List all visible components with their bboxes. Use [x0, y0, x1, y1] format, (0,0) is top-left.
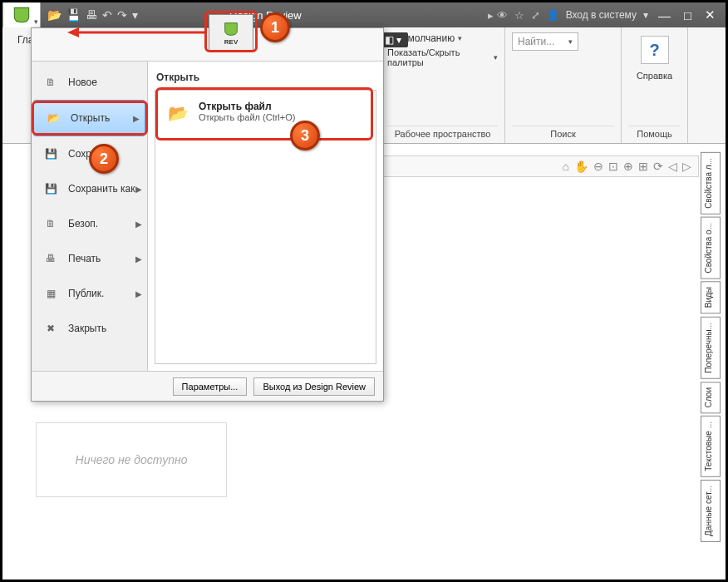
group-label-workspace: Рабочее пространство [387, 126, 498, 141]
quick-access-toolbar: 📂 💾 🖶 ↶ ↷ ▾ [47, 8, 138, 22]
help-top-icon[interactable]: ⤢ [531, 9, 540, 22]
menu-label-save-as: Сохранить как [68, 183, 135, 195]
maximize-button[interactable]: □ [681, 8, 695, 22]
minimize-button[interactable]: — [655, 8, 674, 22]
exit-button[interactable]: Выход из Design Review [253, 377, 375, 396]
submenu-open-file[interactable]: 📂 Открыть файл Открыть файл (Ctrl+O) [160, 96, 371, 131]
zoom-out-icon[interactable]: ⊖ [593, 160, 603, 173]
next-icon[interactable]: ▷ [682, 160, 691, 173]
publish-icon: ▦ [40, 283, 61, 304]
qat-dropdown-icon[interactable]: ▾ [132, 8, 138, 22]
qat-redo-icon[interactable]: ↷ [117, 8, 127, 22]
print-icon: 🖶 [40, 248, 61, 269]
pan-icon[interactable]: ✋ [574, 160, 588, 173]
file-icon: 🗎 [40, 72, 61, 93]
app-menu-right: Открыть 📂 Открыть файл Открыть файл (Ctr… [148, 62, 383, 371]
menu-label-secure: Безоп. [68, 218, 98, 229]
qat-print-icon[interactable]: 🖶 [86, 8, 97, 22]
right-palette-tabs: Свойства л... Свойства о... Виды Попереч… [701, 152, 721, 542]
tab-text[interactable]: Текстовые ... [701, 416, 721, 477]
step-badge-3: 3 [290, 121, 320, 150]
login-link[interactable]: Вход в систему [566, 9, 637, 21]
app-button-highlight-target: REV [209, 14, 253, 51]
app-menu-button[interactable]: ▾ [2, 2, 41, 28]
chevron-right-icon: ▶ [133, 114, 140, 123]
help-label: Справка [637, 71, 672, 81]
menu-label-open: Открыть [71, 112, 110, 124]
menu-item-publish[interactable]: ▦ Публик. ▶ [32, 276, 147, 311]
viewport-toolbar: ⌂ ✋ ⊖ ⊡ ⊕ ⊞ ⟳ ◁ ▷ [383, 155, 699, 177]
search-input[interactable]: Найти...▾ [512, 32, 578, 51]
group-label-search: Поиск [512, 126, 614, 141]
chevron-right-icon: ▶ [135, 185, 142, 194]
user-icon: 👤 [547, 9, 559, 21]
close-window-button[interactable]: ✕ [701, 7, 719, 22]
titlebar: ▾ 📂 💾 🖶 ↶ ↷ ▾ Design Review ▸ 👁 ☆ ⤢ 👤 Вх… [2, 2, 726, 27]
qat-open-icon[interactable]: 📂 [47, 8, 61, 22]
folder-icon: 📂 [42, 107, 64, 129]
menu-label-print: Печать [68, 253, 101, 264]
app-menu-left: 🗎 Новое 📂 Открыть ▶ 💾 Сохранить 💾 Сохран… [32, 62, 148, 371]
group-label-help: Помощь [628, 126, 681, 141]
help-button[interactable]: ? [641, 36, 669, 64]
rev-label: REV [224, 38, 238, 46]
zoom-extents-icon[interactable]: ⊞ [638, 160, 648, 173]
refresh-icon[interactable]: ⟳ [653, 160, 663, 173]
submenu-item-subtitle: Открыть файл (Ctrl+O) [199, 112, 295, 122]
menu-item-new[interactable]: 🗎 Новое [32, 65, 147, 100]
app-menu-footer: Параметры... Выход из Design Review [32, 371, 383, 401]
submenu-item-title: Открыть файл [199, 101, 295, 112]
tab-properties-o[interactable]: Свойства о... [701, 217, 721, 279]
chevron-right-icon: ▶ [135, 289, 142, 298]
menu-item-close[interactable]: ✖ Закрыть [32, 311, 147, 346]
tab-properties-l[interactable]: Свойства л... [701, 152, 721, 215]
menu-label-close: Закрыть [68, 323, 106, 334]
tab-views[interactable]: Виды [701, 281, 721, 313]
save-icon: 💾 [40, 143, 61, 165]
zoom-in-icon[interactable]: ⊕ [623, 160, 633, 173]
ribbon-group-search: Найти...▾ Поиск [505, 27, 622, 143]
toggle-palettes-button[interactable]: Показать/Скрыть палитры ▾ [387, 47, 498, 67]
open-folder-icon: 📂 [165, 101, 190, 126]
menu-item-open[interactable]: 📂 Открыть ▶ [33, 100, 145, 136]
chevron-right-icon: ▶ [135, 254, 142, 264]
menu-label-publish: Публик. [68, 288, 104, 299]
menu-item-print[interactable]: 🖶 Печать ▶ [32, 241, 147, 276]
prev-icon[interactable]: ◁ [668, 160, 677, 173]
chevron-right-icon: ▶ [135, 219, 142, 229]
zoom-window-icon[interactable]: ⊡ [608, 160, 618, 173]
empty-message: Ничего не доступно [76, 453, 188, 466]
close-icon: ✖ [40, 318, 61, 339]
options-button[interactable]: Параметры... [173, 377, 248, 396]
step-badge-1: 1 [260, 12, 290, 42]
qat-undo-icon[interactable]: ↶ [102, 8, 112, 22]
step-badge-2: 2 [89, 144, 119, 174]
star-icon[interactable]: ☆ [514, 9, 524, 22]
binoculars-icon[interactable]: ▸ 👁 [488, 9, 508, 22]
app-menu: 🗎 Новое 📂 Открыть ▶ 💾 Сохранить 💾 Сохран… [31, 27, 384, 402]
save-as-icon: 💾 [40, 178, 61, 200]
tab-cross-sections[interactable]: Поперечны... [701, 317, 721, 379]
ribbon-group-help: ? Справка Помощь [622, 27, 688, 143]
tab-layers[interactable]: Слои [701, 382, 721, 413]
submenu-title: Открыть [155, 68, 376, 90]
qat-save-icon[interactable]: 💾 [66, 8, 81, 22]
home-view-icon[interactable]: ⌂ [563, 160, 569, 173]
login-dropdown-icon[interactable]: ▾ [643, 9, 648, 21]
tab-grid-data[interactable]: Данные сет... [701, 480, 721, 542]
menu-item-save-as[interactable]: 💾 Сохранить как ▶ [32, 171, 147, 206]
recent-panel: Ничего не доступно [36, 422, 227, 497]
secure-icon: 🗎 [40, 213, 61, 234]
menu-label-new: Новое [68, 76, 97, 88]
menu-item-secure[interactable]: 🗎 Безоп. ▶ [32, 206, 147, 241]
